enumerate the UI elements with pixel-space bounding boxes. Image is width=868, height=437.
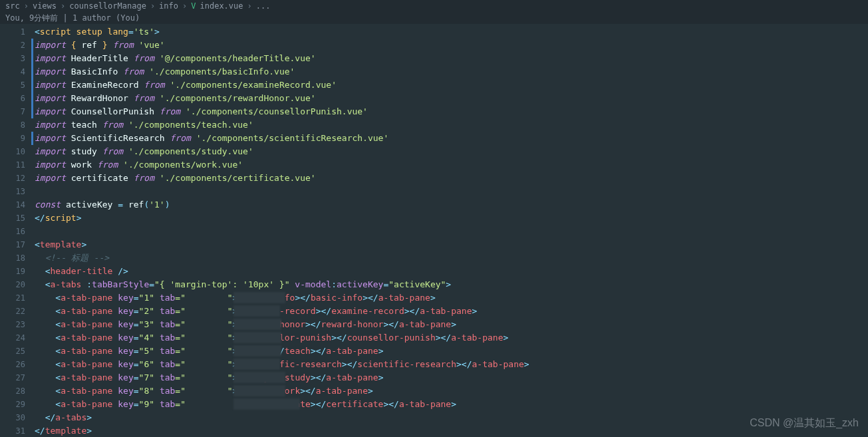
line-number[interactable]: 13 [0, 185, 31, 198]
line-number[interactable]: 4 [0, 65, 31, 78]
line-number[interactable]: 26 [0, 358, 31, 371]
change-mark [31, 172, 33, 185]
code-line[interactable]: const activeKey = ref('1') [35, 198, 868, 212]
code-line[interactable]: <a-tab-pane key="7" tab=" "><study></stu… [35, 371, 868, 384]
redacted-text [233, 345, 281, 357]
chevron-right-icon: › [150, 1, 155, 11]
change-mark [31, 398, 33, 411]
code-line[interactable]: <a-tab-pane key="3" tab=" "><reward-hono… [35, 318, 868, 331]
code-line[interactable]: import CounsellorPunish from './componen… [35, 105, 868, 118]
code-line[interactable]: import certificate from './components/ce… [35, 172, 868, 185]
line-number[interactable]: 25 [0, 345, 31, 358]
line-number[interactable]: 8 [0, 118, 31, 132]
line-number[interactable]: 16 [0, 225, 31, 238]
change-mark [31, 265, 33, 278]
line-number[interactable]: 19 [0, 265, 31, 278]
code-line[interactable]: import study from './components/study.vu… [35, 145, 868, 158]
breadcrumb-part[interactable]: index.vue [200, 1, 243, 11]
code-line[interactable]: import teach from './components/teach.vu… [35, 118, 868, 132]
line-number[interactable]: 14 [0, 198, 31, 212]
redacted-text [233, 332, 281, 343]
line-number[interactable]: 11 [0, 158, 31, 172]
code-line[interactable]: <a-tab-pane key="1" tab=" "><basic-info>… [35, 291, 868, 305]
code-line[interactable]: <a-tab-pane key="6" tab=" "><scientific-… [35, 358, 868, 371]
code-line[interactable]: import BasicInfo from './components/basi… [35, 65, 868, 78]
chevron-right-icon: › [247, 1, 252, 11]
redacted-text [233, 292, 285, 303]
change-mark [31, 424, 33, 437]
line-number[interactable]: 6 [0, 92, 31, 105]
line-number[interactable]: 28 [0, 384, 31, 398]
chevron-right-icon: › [182, 1, 187, 11]
code-line[interactable] [35, 185, 868, 198]
change-mark [31, 212, 33, 225]
redacted-text [233, 305, 280, 317]
line-number[interactable]: 1 [0, 25, 31, 39]
code-line[interactable]: <a-tab-pane key="5" tab=" "><teach></tea… [35, 345, 868, 358]
code-line[interactable]: import RewardHonor from './components/re… [35, 92, 868, 105]
author-info-bar[interactable]: You, 9分钟前 | 1 author (You) [0, 12, 868, 24]
change-mark [31, 158, 33, 172]
code-line[interactable]: <a-tabs :tabBarStyle="{ 'margin-top': '1… [35, 278, 868, 291]
code-line[interactable]: import HeaderTitle from '@/components/he… [35, 52, 868, 65]
change-mark [31, 225, 33, 238]
change-mark [31, 78, 33, 92]
line-number[interactable]: 23 [0, 318, 31, 331]
redacted-text [233, 398, 300, 410]
chevron-right-icon: › [24, 1, 29, 11]
code-line[interactable]: </a-tabs> [35, 411, 868, 424]
line-number[interactable]: 20 [0, 278, 31, 291]
line-number[interactable]: 7 [0, 105, 31, 118]
line-number[interactable]: 22 [0, 305, 31, 318]
code-line[interactable]: <!-- 标题 --> [35, 251, 868, 265]
line-number[interactable]: 24 [0, 331, 31, 345]
code-line[interactable]: import { ref } from 'vue' [35, 39, 868, 52]
redacted-text [233, 385, 285, 396]
line-number[interactable]: 21 [0, 291, 31, 305]
change-mark [31, 411, 33, 424]
line-number-gutter[interactable]: 1234567891011121314151617181920212223242… [0, 24, 31, 437]
breadcrumb[interactable]: src › views › counsellorManage › info › … [0, 0, 868, 12]
change-mark [31, 52, 33, 65]
code-area[interactable]: <script setup lang='ts'>import { ref } f… [35, 24, 868, 437]
code-line[interactable]: <header-title /> [35, 265, 868, 278]
line-number[interactable]: 17 [0, 238, 31, 251]
line-number[interactable]: 5 [0, 78, 31, 92]
line-number[interactable]: 3 [0, 52, 31, 65]
change-mark [31, 25, 33, 39]
code-line[interactable]: <a-tab-pane key="2" tab=" "><examine-rec… [35, 305, 868, 318]
code-line[interactable]: </template> [35, 424, 868, 437]
breadcrumb-part[interactable]: ... [256, 1, 271, 11]
change-mark [31, 371, 33, 384]
code-line[interactable]: <a-tab-pane key="8" tab=" "><work></work… [35, 384, 868, 398]
change-mark [31, 331, 33, 345]
code-line[interactable] [35, 225, 868, 238]
code-editor[interactable]: 1234567891011121314151617181920212223242… [0, 24, 868, 437]
code-line[interactable]: <template> [35, 238, 868, 251]
line-number[interactable]: 29 [0, 398, 31, 411]
code-line[interactable]: </script> [35, 212, 868, 225]
code-line[interactable]: import ScientificResearch from './compon… [35, 132, 868, 145]
line-number[interactable]: 18 [0, 251, 31, 265]
line-number[interactable]: 30 [0, 411, 31, 424]
breadcrumb-part[interactable]: src [5, 1, 20, 11]
line-number[interactable]: 2 [0, 39, 31, 52]
breadcrumb-part[interactable]: views [33, 1, 57, 11]
redacted-text [233, 359, 280, 370]
line-number[interactable]: 31 [0, 424, 31, 437]
line-number[interactable]: 12 [0, 172, 31, 185]
breadcrumb-part[interactable]: counsellorManage [69, 1, 146, 11]
code-line[interactable]: import ExamineRecord from './components/… [35, 78, 868, 92]
code-line[interactable]: <a-tab-pane key="9" tab=" "><certificate… [35, 398, 868, 411]
author-text: You, 9分钟前 | 1 author (You) [5, 13, 140, 24]
code-line[interactable]: import work from './components/work.vue' [35, 158, 868, 172]
line-number[interactable]: 15 [0, 212, 31, 225]
line-number[interactable]: 10 [0, 145, 31, 158]
redacted-text [233, 319, 281, 330]
code-line[interactable]: <script setup lang='ts'> [35, 25, 868, 39]
line-number[interactable]: 9 [0, 132, 31, 145]
line-number[interactable]: 27 [0, 371, 31, 384]
code-line[interactable]: <a-tab-pane key="4" tab=" "><counsellor-… [35, 331, 868, 345]
redacted-text [233, 372, 285, 383]
breadcrumb-part[interactable]: info [159, 1, 178, 11]
